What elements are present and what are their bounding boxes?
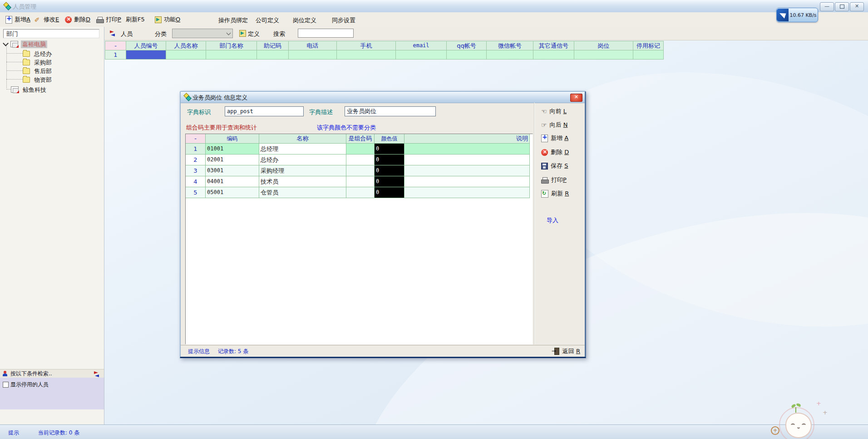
zoom-plus-icon[interactable]: + [771, 426, 779, 435]
color-value-cell[interactable]: 0 [375, 165, 404, 176]
delete-button[interactable]: 删除D [65, 15, 90, 24]
desc-cell[interactable] [404, 187, 530, 198]
cell[interactable] [533, 50, 574, 60]
close-button[interactable]: ✕ [850, 2, 864, 11]
tree-node-dept[interactable]: 售后部 [23, 67, 53, 75]
sprout-leaf [796, 403, 801, 407]
dialog-refresh-button[interactable]: 刷新 R [541, 190, 569, 198]
swap-icon[interactable] [93, 371, 100, 377]
define-label[interactable]: 定义 [248, 30, 260, 38]
cell[interactable] [337, 50, 396, 60]
tree-node-company-1[interactable]: 嘉裕电脑 [4, 40, 47, 48]
menu-sync-settings[interactable]: 同步设置 [332, 16, 355, 25]
cell[interactable] [487, 50, 533, 60]
column-header: 微信帐号 [487, 41, 533, 50]
cell[interactable] [574, 50, 633, 60]
code-cell[interactable]: 04001 [206, 176, 259, 187]
category-select[interactable] [172, 29, 233, 38]
row-number-cell[interactable]: 2 [186, 155, 206, 165]
dict-row[interactable]: 4 04001 技术员 0 [186, 176, 533, 187]
menu-post-define[interactable]: 岗位定义 [293, 16, 316, 25]
row-number-cell[interactable]: 1 [186, 144, 206, 155]
tree-guide [6, 70, 23, 71]
search-input[interactable] [298, 29, 354, 38]
tree-guide [6, 89, 11, 90]
combo-cell[interactable] [346, 144, 375, 155]
color-value-cell[interactable]: 0 [375, 155, 404, 165]
cell[interactable] [206, 50, 257, 60]
column-header: - [186, 134, 206, 144]
combo-cell[interactable] [346, 155, 375, 165]
combo-cell[interactable] [346, 176, 375, 187]
swap-icon[interactable] [109, 30, 116, 36]
function-button[interactable]: 功能O [155, 15, 180, 24]
dict-desc-input[interactable] [345, 106, 436, 116]
selected-cell[interactable] [126, 50, 166, 60]
dict-id-input[interactable] [225, 106, 304, 116]
network-speed-widget[interactable]: 10.67 KB/s [776, 8, 818, 22]
add-button[interactable]: 新增A [5, 15, 30, 24]
dialog-print-button[interactable]: 打印P [541, 176, 567, 184]
tree-node-company-2[interactable]: 鲸鱼科技 [11, 85, 48, 94]
search-criteria-header[interactable]: 按以下条件检索.. [0, 369, 104, 379]
row-number-cell[interactable]: 4 [186, 176, 206, 187]
refresh-icon [541, 190, 548, 198]
code-cell[interactable]: 01001 [206, 144, 259, 155]
maximize-button[interactable] [835, 2, 849, 11]
function-icon [155, 16, 162, 23]
name-cell[interactable]: 技术员 [259, 176, 346, 187]
dict-row[interactable]: 5 05001 仓管员 0 [186, 187, 533, 198]
dialog-add-button[interactable]: 新增 A [541, 134, 568, 142]
cell[interactable] [257, 50, 289, 60]
combo-cell[interactable] [346, 165, 375, 176]
name-cell[interactable]: 总经理 [259, 144, 346, 155]
code-cell[interactable]: 02001 [206, 155, 259, 165]
cell[interactable] [166, 50, 206, 60]
combo-cell[interactable] [346, 187, 375, 198]
dict-row[interactable]: 3 03001 采购经理 0 [186, 165, 533, 176]
color-value-cell[interactable]: 0 [375, 144, 404, 155]
menu-operator-binding[interactable]: 操作员绑定 [218, 16, 248, 25]
cell[interactable] [633, 50, 664, 60]
desc-cell[interactable] [404, 155, 530, 165]
row-number-cell[interactable]: 5 [186, 187, 206, 198]
refresh-button[interactable]: 刷新F5 [126, 15, 145, 24]
cell[interactable] [289, 50, 337, 60]
chevron-down-icon[interactable] [3, 40, 9, 46]
dict-row[interactable]: 2 02001 总经办 0 [186, 155, 533, 165]
cell[interactable] [396, 50, 447, 60]
print-button[interactable]: 打印P [96, 15, 121, 24]
edit-button[interactable]: 修改E [35, 15, 59, 24]
color-value-cell[interactable]: 0 [375, 187, 404, 198]
show-disabled-checkbox[interactable] [3, 382, 9, 388]
entity-label: 人员 [121, 30, 133, 38]
dialog-close-button[interactable]: ✕ [570, 94, 582, 102]
minimize-button[interactable]: — [820, 2, 834, 11]
code-cell[interactable]: 03001 [206, 165, 259, 176]
dialog-return-button[interactable]: 返回 R [554, 347, 580, 355]
desc-cell[interactable] [404, 165, 530, 176]
desc-cell[interactable] [404, 176, 530, 187]
cell[interactable] [447, 50, 487, 60]
row-number-cell[interactable]: 3 [186, 165, 206, 176]
tree-node-dept[interactable]: 物资部 [23, 75, 53, 84]
next-button[interactable]: ☞ 向后 N [541, 121, 567, 129]
download-bird-icon [777, 9, 789, 21]
tree-node-dept[interactable]: 采购部 [23, 58, 53, 66]
status-tip: 提示 [8, 429, 19, 437]
code-cell[interactable]: 05001 [206, 187, 259, 198]
desc-cell[interactable] [404, 144, 530, 155]
row-number-cell[interactable]: 1 [105, 50, 126, 60]
color-value-cell[interactable]: 0 [375, 176, 404, 187]
column-header: qq帐号 [447, 41, 487, 50]
tree-node-dept[interactable]: 总经办 [23, 50, 53, 58]
dict-row[interactable]: 1 01001 总经理 0 [186, 144, 533, 155]
name-cell[interactable]: 仓管员 [259, 187, 346, 198]
name-cell[interactable]: 采购经理 [259, 165, 346, 176]
name-cell[interactable]: 总经办 [259, 155, 346, 165]
save-button[interactable]: 保存 S [541, 162, 568, 170]
dialog-delete-button[interactable]: 删除 D [541, 148, 569, 156]
import-link[interactable]: 导入 [547, 216, 558, 224]
menu-company-define[interactable]: 公司定义 [256, 16, 279, 25]
prev-button[interactable]: ☜ 向前 L [541, 107, 567, 115]
